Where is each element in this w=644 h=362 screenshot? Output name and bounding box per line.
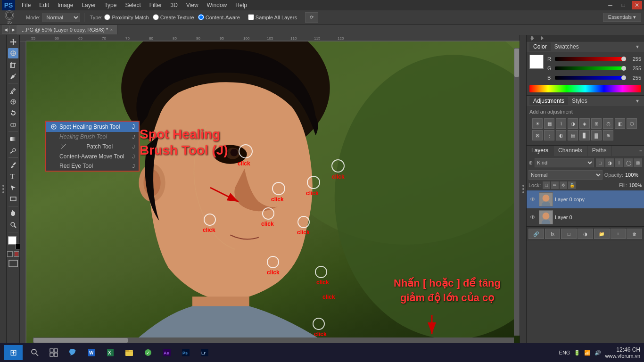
lock-transparent[interactable]: □ xyxy=(543,181,550,189)
taskbar-task-view[interactable] xyxy=(45,344,62,361)
history-brush-tool[interactable] xyxy=(8,108,18,118)
pen-tool[interactable] xyxy=(8,160,18,170)
delete-layer-btn[interactable]: 🗑 xyxy=(627,229,642,239)
color-panel-collapse[interactable]: ▾ xyxy=(634,43,641,50)
quick-mask-off[interactable] xyxy=(7,251,13,257)
tooltip-patch[interactable]: Patch Tool J xyxy=(46,141,139,152)
taskbar-word[interactable]: W xyxy=(83,344,100,361)
windows-start-button[interactable]: ⊞ xyxy=(4,345,23,360)
vertical-scrollbar[interactable] xyxy=(514,48,520,336)
menu-image[interactable]: Image xyxy=(54,1,77,9)
tab-scroll-right[interactable]: ▶ xyxy=(9,25,17,34)
exposure-adj[interactable]: ◑ xyxy=(568,118,578,129)
red-slider[interactable] xyxy=(555,57,626,61)
menu-edit[interactable]: Edit xyxy=(35,1,53,9)
tooltip-red-eye[interactable]: Red Eye Tool J xyxy=(46,161,139,171)
lock-all[interactable]: 🔒 xyxy=(568,181,576,189)
channels-tab[interactable]: Channels xyxy=(553,146,587,156)
eyedropper-tool[interactable] xyxy=(8,71,18,81)
taskbar-excel[interactable]: X xyxy=(102,344,119,361)
color-tab[interactable]: Color xyxy=(529,42,551,51)
sample-all-check[interactable]: Sample All Layers xyxy=(248,14,297,20)
move-tool[interactable] xyxy=(8,37,18,47)
layer-row-0[interactable]: 👁 Layer 0 copy xyxy=(527,190,644,208)
rectangle-tool[interactable] xyxy=(8,194,18,204)
taskbar-search[interactable] xyxy=(26,344,43,361)
menu-layer[interactable]: Layer xyxy=(78,1,99,9)
tooltip-content-aware[interactable]: Content-Aware Move Tool J xyxy=(46,152,139,161)
blue-slider[interactable] xyxy=(555,76,626,80)
smart-filter[interactable]: ⊠ xyxy=(634,158,642,167)
brightness-adj[interactable]: ☀ xyxy=(532,118,543,129)
dodge-tool[interactable] xyxy=(8,145,18,156)
adjustments-collapse[interactable]: ▾ xyxy=(634,97,641,105)
pixel-filter[interactable]: □ xyxy=(596,158,604,167)
new-layer-btn[interactable]: + xyxy=(611,229,626,239)
left-panel-collapse[interactable] xyxy=(0,35,7,343)
taskbar-app6[interactable]: ✓ xyxy=(140,344,157,361)
layer-0-visibility[interactable]: 👁 xyxy=(528,195,537,204)
shape-filter[interactable]: ◯ xyxy=(624,158,633,167)
bw-adj[interactable]: ◧ xyxy=(615,118,625,129)
horizontal-scrollbar-thumb[interactable] xyxy=(33,338,128,343)
tab-scroll-left[interactable]: ◀ xyxy=(2,25,9,34)
gradient-map-adj[interactable]: ▓ xyxy=(591,130,602,140)
brush-tool[interactable] xyxy=(8,85,18,96)
angle-tool-btn[interactable]: ⟳ xyxy=(305,12,318,23)
menu-window[interactable]: Window xyxy=(203,1,231,9)
swatches-tab[interactable]: Swatches xyxy=(551,42,583,51)
clone-stamp-tool[interactable] xyxy=(8,97,18,107)
color-preview-swatch[interactable] xyxy=(529,55,544,69)
selective-color-adj[interactable]: ⊕ xyxy=(603,130,613,140)
text-tool[interactable]: T xyxy=(8,171,18,181)
levels-adj[interactable]: ▦ xyxy=(544,118,554,129)
blend-mode-select[interactable]: Normal xyxy=(528,170,603,180)
hsl-adj[interactable]: ⊞ xyxy=(591,118,602,129)
window-maximize[interactable]: □ xyxy=(619,1,628,9)
taskbar-ps[interactable]: Ps xyxy=(177,344,194,361)
zoom-tool[interactable] xyxy=(8,220,18,230)
lock-position[interactable]: ✥ xyxy=(560,181,567,189)
posterize-adj[interactable]: ▤ xyxy=(568,130,578,140)
tooltip-healing-brush[interactable]: Healing Brush Tool J xyxy=(46,132,139,141)
window-close[interactable]: ✕ xyxy=(632,1,642,9)
threshold-adj[interactable]: ▊ xyxy=(579,130,590,140)
kind-select[interactable]: Kind xyxy=(535,158,594,167)
right-panel-collapse[interactable] xyxy=(520,35,526,343)
path-selection-tool[interactable] xyxy=(8,182,18,193)
essentials-btn[interactable]: Essentials ▾ xyxy=(603,13,641,22)
add-mask-btn[interactable]: □ xyxy=(561,229,577,239)
menu-help[interactable]: Help xyxy=(231,1,251,9)
new-group-btn[interactable]: 📁 xyxy=(594,229,610,239)
adjustments-tab[interactable]: Adjustments xyxy=(529,97,568,105)
layers-tab[interactable]: Layers xyxy=(527,146,553,156)
new-adjustment-btn[interactable]: ◑ xyxy=(578,229,593,239)
hand-tool[interactable] xyxy=(8,208,18,219)
color-swatches[interactable] xyxy=(8,236,18,247)
vibrance-adj[interactable]: ◈ xyxy=(579,118,590,129)
curves-adj[interactable]: ⌇ xyxy=(556,118,566,129)
screen-mode[interactable] xyxy=(8,260,18,269)
taskbar-edge[interactable] xyxy=(64,344,81,361)
styles-tab[interactable]: Styles xyxy=(568,97,591,105)
menu-type[interactable]: Type xyxy=(100,1,120,9)
healing-brush-tool[interactable] xyxy=(8,48,18,58)
add-layer-style-btn[interactable]: fx xyxy=(545,229,561,239)
layers-options-menu[interactable]: ≡ xyxy=(639,146,644,156)
color-balance-adj[interactable]: ⚖ xyxy=(603,118,613,129)
taskbar-ae[interactable]: Ae xyxy=(158,344,175,361)
channel-mixer-adj[interactable]: ⊠ xyxy=(532,130,543,140)
menu-select[interactable]: Select xyxy=(121,1,144,9)
taskbar-lr[interactable]: Lr xyxy=(196,344,213,361)
layer-row-1[interactable]: 👁 Layer 0 xyxy=(527,208,644,226)
menu-file[interactable]: File xyxy=(18,1,34,9)
gradient-tool[interactable] xyxy=(8,134,18,144)
crop-tool[interactable] xyxy=(8,59,18,70)
tab-close[interactable]: × xyxy=(110,27,113,33)
vertical-scrollbar-thumb[interactable] xyxy=(514,49,519,77)
mode-select[interactable]: Normal xyxy=(42,13,80,22)
main-tab[interactable]: ...PG @ 50% (Layer 0 copy, RGB/8) * × xyxy=(17,25,118,34)
adjust-filter[interactable]: ◑ xyxy=(605,158,614,167)
eraser-tool[interactable] xyxy=(8,119,18,130)
taskbar-explorer[interactable] xyxy=(121,344,138,361)
